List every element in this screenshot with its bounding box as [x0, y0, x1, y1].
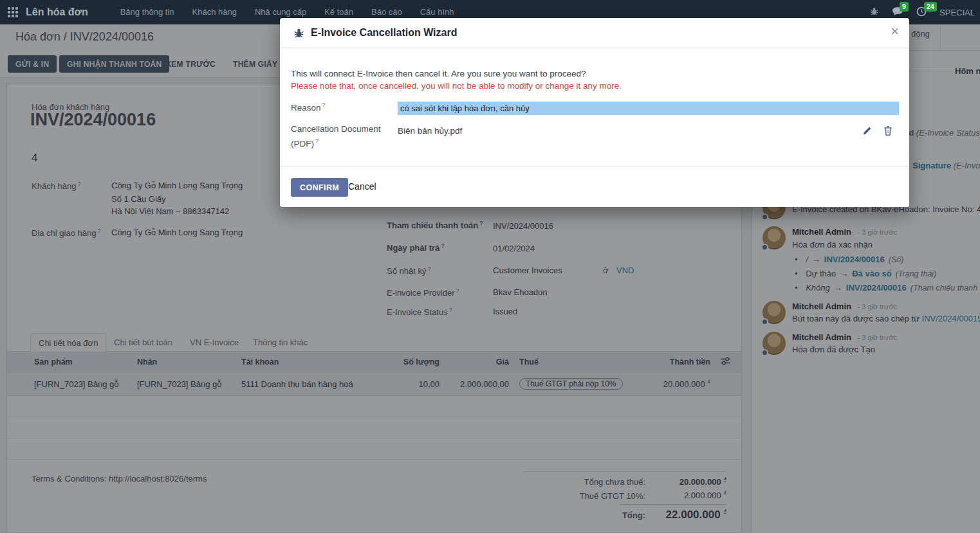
edit-icon[interactable]: [862, 126, 872, 138]
confirm-button[interactable]: CONFIRM: [291, 178, 348, 197]
nav-menu-customers[interactable]: Khách hàng: [183, 0, 246, 24]
reason-label: Reason: [291, 102, 326, 113]
cancellation-document-value[interactable]: Biên bản hủy.pdf: [398, 126, 462, 136]
modal-warning: Please note that, once cancelled, you wi…: [291, 81, 622, 91]
cancel-button[interactable]: Cancel: [348, 181, 376, 192]
debug-icon[interactable]: [869, 6, 879, 18]
activities-button[interactable]: 24: [916, 6, 927, 19]
einvoice-cancellation-modal: E-Invoice Cancellation Wizard × This wil…: [280, 18, 909, 207]
messages-button[interactable]: 9: [892, 6, 903, 18]
trash-icon[interactable]: [883, 126, 892, 138]
modal-header: E-Invoice Cancellation Wizard ×: [280, 18, 909, 48]
screen: Lên hóa đơn Bảng thông tin Khách hàng Nh…: [0, 0, 980, 533]
user-menu[interactable]: SPECIAL: [939, 8, 975, 17]
bug-icon: [293, 28, 304, 41]
app-name[interactable]: Lên hóa đơn: [26, 6, 88, 18]
modal-message: This will connect E-Invoice then cancel …: [291, 69, 586, 78]
apps-grid-icon[interactable]: [8, 7, 18, 17]
modal-title: E-Invoice Cancellation Wizard: [311, 27, 457, 39]
close-icon[interactable]: ×: [891, 23, 899, 40]
cancellation-document-label: Cancellation Document (PDF): [291, 123, 393, 150]
messages-badge: 9: [900, 2, 909, 12]
nav-menu-dashboard[interactable]: Bảng thông tin: [111, 0, 183, 24]
reason-field[interactable]: có sai sót khi lập hóa đơn, cần hủy: [398, 102, 899, 115]
activities-badge: 24: [924, 2, 937, 12]
